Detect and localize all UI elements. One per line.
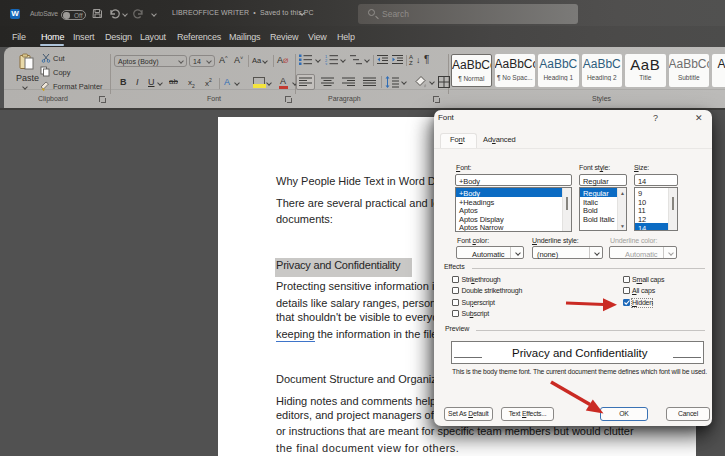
svg-text:3: 3: [325, 62, 328, 66]
